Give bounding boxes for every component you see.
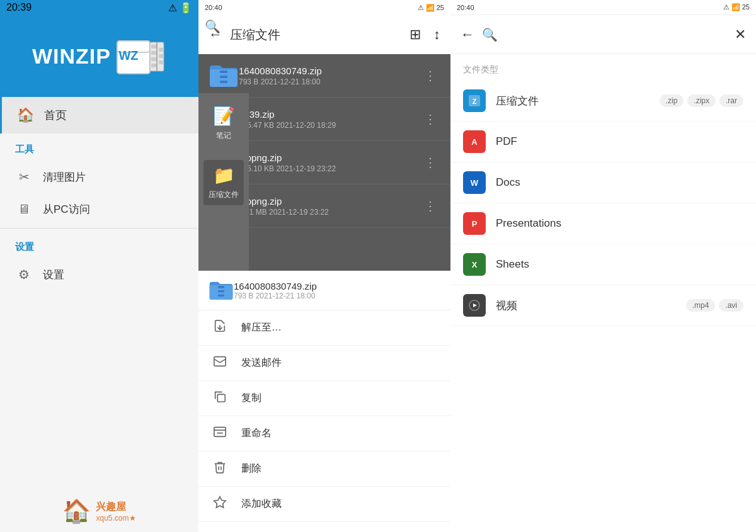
panel3-time: 20:40 [457, 4, 474, 11]
extract-label: 解压至… [241, 321, 282, 334]
zip-type-label: 压缩文件 [496, 94, 660, 108]
files-grid-button[interactable]: ⊞ [410, 26, 421, 43]
panel2-time: 20:40 [205, 4, 222, 11]
winzip-nav: 🏠 首页 工具 ✂ 清理图片 🖥 从PC访问 设置 ⚙ 设置 [0, 97, 198, 490]
video-tag-mp4: .mp4 [686, 299, 716, 312]
file-meta-0: 793 B 2021-12-21 18:00 [239, 77, 420, 86]
file-name-3: aiopng.zip [239, 196, 420, 207]
file-type-presentations[interactable]: P Presentations [450, 203, 756, 244]
svg-rect-9 [159, 54, 164, 58]
context-extract-item[interactable]: 解压至… [198, 310, 450, 346]
files-header: ← 压缩文件 🔍 ⊞ ↕ [198, 15, 450, 54]
file-name-2: aiopng.zip [239, 152, 420, 163]
svg-rect-30 [218, 290, 224, 292]
zip-type-icon: Z [463, 89, 486, 112]
search-close-button[interactable]: ✕ [735, 26, 746, 43]
nav-home-item[interactable]: 🏠 首页 [0, 97, 198, 133]
video-type-icon [463, 294, 486, 317]
file-more-btn-1[interactable]: ⋮ [420, 111, 440, 127]
file-type-sheets[interactable]: X Sheets [450, 244, 756, 285]
presentations-type-icon: P [463, 212, 486, 235]
nav-item-pc-access[interactable]: 🖥 从PC访问 [0, 193, 198, 225]
docs-type-label: Docs [496, 176, 743, 189]
nav-pc-access-label: 从PC访问 [43, 202, 90, 217]
file-info-3: aiopng.zip 1.51 MB 2021-12-19 23:22 [239, 196, 420, 217]
search-input-wrapper: 🔍 [482, 27, 727, 42]
delete-label: 删除 [241, 462, 261, 475]
file-type-zip[interactable]: Z 压缩文件 .zip .zipx .rar [450, 81, 756, 122]
file-type-video[interactable]: 视频 .mp4 .avi [450, 285, 756, 326]
winzip-time: 20:39 [6, 2, 32, 13]
sheets-type-label: Sheets [496, 258, 743, 271]
context-delete-item[interactable]: 删除 [198, 451, 450, 487]
context-rename-item[interactable]: 重命名 [198, 416, 450, 451]
svg-rect-35 [214, 427, 226, 437]
logo-container: WINZIP WZ [20, 23, 179, 89]
favorite-label: 添加收藏 [241, 497, 282, 511]
tools-section-title: 工具 [0, 133, 198, 161]
rename-label: 重命名 [241, 427, 272, 440]
docs-icon-svg: W [468, 176, 481, 189]
pc-access-icon: 🖥 [15, 202, 33, 217]
home-icon: 🏠 [17, 107, 34, 123]
file-info-2: aiopng.zip 915.10 KB 2021-12-19 23:22 [239, 152, 420, 173]
svg-rect-8 [159, 48, 164, 52]
panel-winzip: 20:39 ⚠ 🔋 WINZIP [0, 0, 198, 532]
watermark-text: 兴趣屋 [96, 501, 135, 514]
winzip-topbar-icons: ⚠ 🔋 [168, 2, 192, 14]
winzip-logo-text: WINZIP [32, 44, 111, 69]
file-more-btn-0[interactable]: ⋮ [420, 68, 440, 83]
files-search-button[interactable]: 🔍 [205, 19, 220, 34]
svg-rect-31 [218, 295, 224, 297]
panel3-topbar-icons: ⚠ 📶 25 [723, 3, 750, 11]
context-favorite-item[interactable]: 添加收藏 [198, 487, 450, 522]
file-item-0[interactable]: 1640080830749.zip 793 B 2021-12-21 18:00… [198, 54, 450, 98]
file-more-btn-3[interactable]: ⋮ [420, 198, 440, 213]
panel-files: 20:40 ⚠ 📶 25 ← 压缩文件 🔍 ⊞ ↕ 📝 笔记 📁 压缩文件 [198, 0, 450, 532]
context-email-item[interactable]: 发送邮件 [198, 346, 450, 381]
presentations-icon-svg: P [468, 217, 481, 230]
svg-rect-10 [159, 60, 164, 64]
sidebar-notes-item[interactable]: 📝 笔记 [213, 106, 235, 141]
svg-text:X: X [472, 260, 478, 269]
zip-tag-zip: .zip [660, 94, 684, 107]
watermark: 🏠 兴趣屋 xqu5.com★ [0, 490, 198, 532]
context-copy-item[interactable]: 复制 [198, 381, 450, 416]
panel-search: 20:40 ⚠ 📶 25 ← 🔍 ✕ 文件类型 Z 压缩文件 .zip .zip… [450, 0, 756, 532]
video-icon-svg [468, 299, 481, 312]
nav-item-clean-photos[interactable]: ✂ 清理图片 [0, 161, 198, 193]
svg-rect-4 [151, 45, 156, 48]
file-type-pdf[interactable]: A PDF [450, 122, 756, 162]
context-file-name: 1640080830749.zip [234, 281, 440, 291]
search-section-title: 文件类型 [450, 54, 756, 81]
sheets-type-icon: X [463, 253, 486, 276]
nav-clean-photos-label: 清理图片 [43, 170, 86, 184]
file-meta-2: 915.10 KB 2021-12-19 23:22 [239, 164, 420, 173]
panel3-topbar: 20:40 ⚠ 📶 25 [450, 0, 756, 15]
winzip-topbar: 20:39 ⚠ 🔋 [0, 0, 198, 15]
files-sort-button[interactable]: ↕ [433, 26, 440, 43]
sidebar-notes-icon: 📝 [213, 106, 235, 127]
clean-photos-icon: ✂ [15, 169, 33, 184]
svg-text:Z: Z [472, 98, 477, 105]
sidebar-zip-icon: 📁 [213, 165, 235, 186]
file-more-btn-2[interactable]: ⋮ [420, 155, 440, 170]
sheets-icon-svg: X [468, 258, 481, 271]
svg-text:P: P [472, 219, 478, 229]
search-back-button[interactable]: ← [461, 26, 474, 43]
search-magnifier-icon: 🔍 [482, 27, 498, 42]
nav-item-settings[interactable]: ⚙ 设置 [0, 258, 198, 291]
context-file-meta: 793 B 2021-12-21 18:00 [234, 291, 440, 300]
sidebar-zip-item[interactable]: 📁 压缩文件 [203, 160, 244, 205]
sidebar-zip-label: 压缩文件 [209, 190, 239, 200]
svg-rect-7 [151, 64, 156, 67]
files-header-title: 压缩文件 [230, 26, 397, 43]
svg-text:A: A [471, 137, 478, 147]
panel2-topbar: 20:40 ⚠ 📶 25 [198, 0, 450, 15]
pdf-type-icon: A [463, 130, 486, 153]
file-type-docs[interactable]: W Docs [450, 162, 756, 203]
file-name-0: 1640080830749.zip [239, 65, 420, 76]
copy-icon [211, 390, 229, 407]
context-header-info: 1640080830749.zip 793 B 2021-12-21 18:00 [234, 281, 440, 300]
pdf-icon-svg: A [468, 135, 481, 148]
